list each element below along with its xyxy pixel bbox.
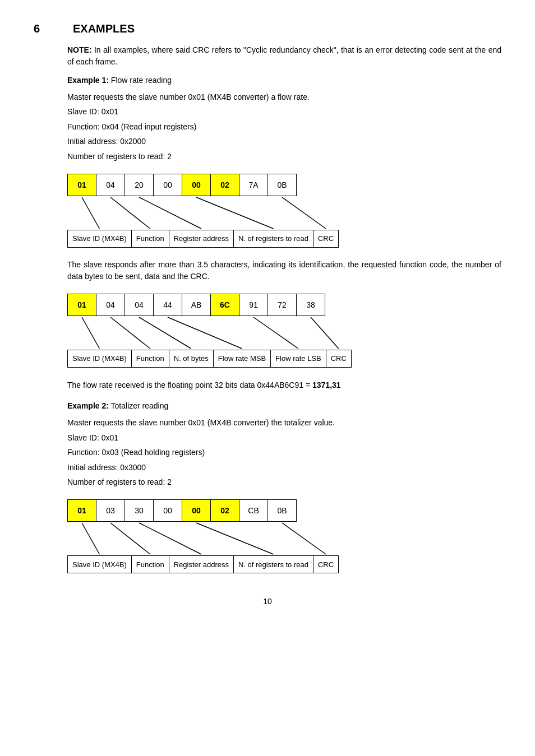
svg-line-15: [282, 523, 326, 554]
diagram3-cells: 010330000002CB0B: [67, 499, 501, 522]
cell-2: 20: [124, 174, 154, 196]
cell-5: 02: [210, 499, 239, 522]
svg-line-5: [82, 317, 99, 349]
svg-line-3: [196, 197, 273, 229]
example1-line4: Number of registers to read: 2: [67, 150, 501, 163]
example2-header: Example 2: Totalizer reading: [67, 400, 501, 412]
diagram1-labels: Slave ID (MX4B)FunctionRegister addressN…: [67, 230, 501, 248]
cell-1: 04: [96, 294, 125, 316]
cell-7: 0B: [268, 499, 297, 522]
diagram1-connectors: [67, 196, 501, 230]
example1-line0: Master requests the slave number 0x01 (M…: [67, 91, 501, 103]
example2-line4: Number of registers to read: 2: [67, 476, 501, 488]
example2-line3: Initial address: 0x3000: [67, 461, 501, 474]
note-text: In all examples, where said CRC refers t…: [67, 45, 501, 66]
diagram3-labels: Slave ID (MX4B)FunctionRegister addressN…: [67, 555, 501, 573]
cell-5: 6C: [210, 294, 239, 316]
label-4: CRC: [313, 230, 339, 248]
diagram1-cells: 0104200000027A0B: [67, 174, 501, 196]
label-2: Register address: [169, 230, 234, 248]
label-4: Flow rate LSB: [270, 350, 326, 368]
cell-1: 04: [96, 174, 125, 196]
label-4: CRC: [313, 555, 339, 573]
cell-0: 01: [67, 294, 96, 316]
svg-line-9: [253, 317, 298, 349]
cell-3: 44: [153, 294, 182, 316]
flow-result: The flow rate received is the floating p…: [67, 379, 501, 391]
label-5: CRC: [326, 350, 352, 368]
cell-6: CB: [239, 499, 268, 522]
label-0: Slave ID (MX4B): [67, 350, 132, 368]
svg-line-11: [82, 523, 99, 554]
cell-0: 01: [67, 499, 96, 522]
label-1: Function: [131, 555, 169, 573]
label-2: Register address: [169, 555, 234, 573]
cell-7: 72: [268, 294, 297, 316]
flow-result-value: 1371,31: [312, 381, 341, 389]
svg-line-7: [139, 317, 191, 349]
example1-label: Example 1:: [67, 76, 109, 85]
diagram2-cells: 01040444AB6C917238: [67, 294, 501, 316]
cell-7: 0B: [268, 174, 297, 196]
label-1: Function: [131, 350, 169, 368]
cell-4: 00: [182, 499, 211, 522]
cell-6: 91: [239, 294, 268, 316]
response-text: The slave responds after more than 3.5 c…: [67, 259, 501, 282]
svg-line-2: [139, 197, 201, 229]
label-0: Slave ID (MX4B): [67, 555, 132, 573]
section-header: 6 EXAMPLES: [34, 22, 501, 35]
cell-2: 30: [124, 499, 154, 522]
example2-line1: Slave ID: 0x01: [67, 432, 501, 444]
label-2: N. of bytes: [169, 350, 214, 368]
cell-6: 7A: [239, 174, 268, 196]
svg-line-12: [110, 523, 150, 554]
svg-line-6: [110, 317, 150, 349]
diagram1: 0104200000027A0B Slave ID (MX4B)Function…: [67, 174, 501, 248]
diagram3: 010330000002CB0B Slave ID (MX4B)Function…: [67, 499, 501, 573]
svg-line-1: [110, 197, 150, 229]
cell-8: 38: [296, 294, 325, 316]
label-3: Flow rate MSB: [213, 350, 271, 368]
svg-line-8: [168, 317, 242, 349]
diagram2-labels: Slave ID (MX4B)FunctionN. of bytesFlow r…: [67, 350, 501, 368]
cell-4: AB: [182, 294, 211, 316]
cell-2: 04: [124, 294, 154, 316]
label-0: Slave ID (MX4B): [67, 230, 132, 248]
example1-line2: Function: 0x04 (Read input registers): [67, 120, 501, 133]
cell-0: 01: [67, 174, 96, 196]
label-3: N. of registers to read: [233, 230, 313, 248]
cell-5: 02: [210, 174, 239, 196]
label-3: N. of registers to read: [233, 555, 313, 573]
example2-line0: Master requests the slave number 0x01 (M…: [67, 416, 501, 429]
page-number: 10: [34, 596, 501, 607]
note-label: NOTE:: [67, 45, 92, 54]
cell-4: 00: [182, 174, 211, 196]
content-area: NOTE: In all examples, where said CRC re…: [67, 44, 501, 573]
svg-line-14: [196, 523, 273, 554]
section-title: EXAMPLES: [73, 22, 135, 35]
example2-label: Example 2:: [67, 401, 109, 410]
svg-line-13: [139, 523, 201, 554]
diagram2: 01040444AB6C917238 Slave ID (MX4B)Functi…: [67, 294, 501, 368]
section-number: 6: [34, 22, 50, 35]
svg-line-10: [311, 317, 339, 349]
cell-1: 03: [96, 499, 125, 522]
cell-3: 00: [153, 174, 182, 196]
example2-line2: Function: 0x03 (Read holding registers): [67, 446, 501, 458]
example1-line1: Slave ID: 0x01: [67, 105, 501, 118]
svg-line-4: [282, 197, 326, 229]
cell-3: 00: [153, 499, 182, 522]
example1-line3: Initial address: 0x2000: [67, 135, 501, 147]
note-paragraph: NOTE: In all examples, where said CRC re…: [67, 44, 501, 68]
svg-line-0: [82, 197, 99, 229]
flow-result-text: The flow rate received is the floating p…: [67, 381, 310, 389]
example1-desc: Flow rate reading: [111, 76, 172, 85]
diagram3-connectors: [67, 522, 501, 555]
diagram2-connectors: [67, 316, 501, 350]
example1-header: Example 1: Flow rate reading: [67, 75, 501, 86]
example2-desc: Totalizer reading: [111, 401, 169, 410]
label-1: Function: [131, 230, 169, 248]
